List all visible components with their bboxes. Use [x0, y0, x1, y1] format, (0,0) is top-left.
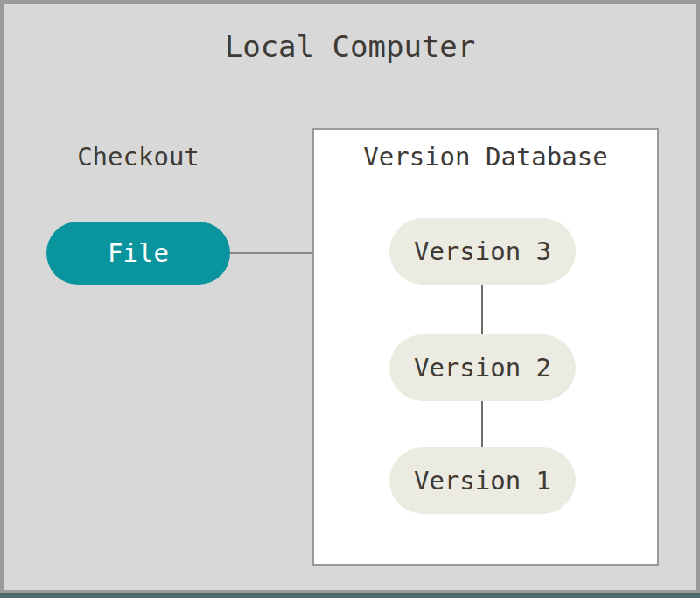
diagram-title: Local Computer	[4, 31, 696, 63]
version-database-title: Version Database	[314, 144, 657, 172]
version-2-node: Version 2	[389, 334, 576, 401]
file-node: File	[46, 222, 230, 285]
version2-to-version1-connector	[481, 401, 483, 447]
version3-to-version2-connector	[481, 285, 483, 334]
diagram-frame: Local Computer Checkout File Version Dat…	[0, 0, 700, 598]
local-computer-canvas: Local Computer Checkout File Version Dat…	[0, 0, 700, 593]
version-3-node: Version 3	[389, 218, 576, 285]
checkout-label: Checkout	[46, 144, 230, 172]
version-1-node: Version 1	[389, 447, 576, 514]
version-database-box: Version Database Version 3 Version 2 Ver…	[312, 128, 659, 566]
